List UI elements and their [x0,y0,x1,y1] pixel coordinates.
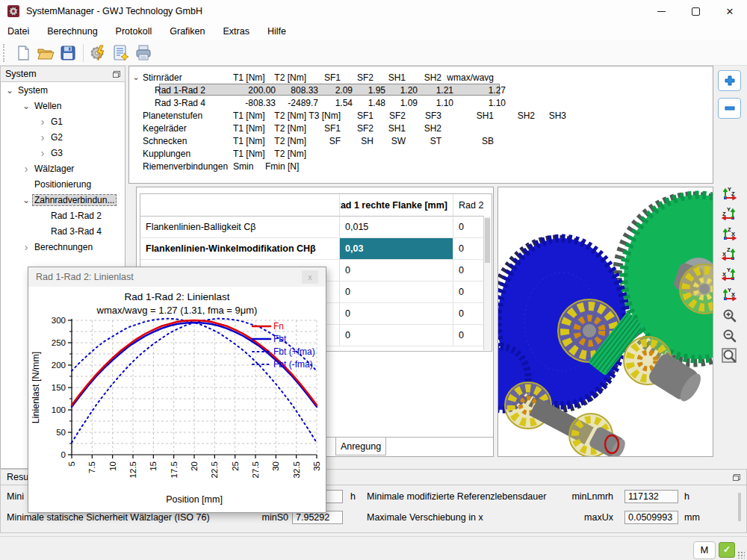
flank-row-2[interactable]: Flankenlinien-Winkelmodifikation CHβ0,03… [140,238,492,260]
view-xy-icon: YX [721,267,737,283]
save-button[interactable] [57,43,79,63]
flank-value-cell[interactable]: 0 [453,303,484,325]
tree-item-rad-1-rad-2[interactable]: Rad 1-Rad 2 [1,208,125,223]
flank-col-header-0 [140,194,340,217]
maximize-button[interactable] [678,0,713,22]
expander-icon[interactable]: › [20,241,32,253]
summary-cell: 1.95 [354,85,387,96]
message-button[interactable]: M [693,541,716,559]
report-button[interactable] [110,43,132,63]
expander-icon[interactable]: › [20,163,32,175]
resize-grip[interactable] [737,551,745,559]
flank-value-cell[interactable]: 0 [453,260,484,281]
flank-value-cell[interactable]: 0 [453,281,484,303]
legend-fbt-fma: Fbt (-fma) [273,359,313,370]
view-xy-button[interactable]: YX [719,266,739,284]
expander-icon[interactable]: ⌄ [4,85,16,96]
toolbar-drag-handle[interactable] [3,44,8,62]
flank-value-cell[interactable]: 0 [340,303,453,325]
results-float-icon[interactable] [733,474,740,481]
zoom-fit-button[interactable] [719,346,739,364]
zoom-in-button[interactable] [719,306,739,324]
status-ok-icon[interactable]: ✓ [719,542,735,558]
minimize-button[interactable] [644,0,678,22]
summary-row-rad-1-rad-2[interactable]: Rad 1-Rad 2200.00808.332.091.951.201.211… [129,84,713,96]
zoom-out-button[interactable] [719,326,739,344]
flank-value-cell[interactable]: 0 [453,238,484,260]
flank-scrollbar[interactable] [483,217,491,350]
application-window: SystemManager - GWJ Technology GmbH ✕ Da… [0,0,747,560]
open-folder-icon [37,45,55,61]
summary-row-kegelr-der[interactable]: KegelräderT1 [Nm]T2 [Nm]SF1SF2SH1SH2 [129,122,713,134]
flank-scrollbar-thumb[interactable] [485,218,490,263]
results-scrollbar[interactable] [738,493,741,521]
tree-item-rad-3-rad-4[interactable]: Rad 3-Rad 4 [1,223,125,239]
expander-icon[interactable]: ⌄ [20,101,32,111]
open-file-button[interactable] [34,43,57,63]
flank-value-cell[interactable]: 0 [453,325,484,346]
summary-cell: T2 [Nm] [265,123,308,134]
svg-text:100: 100 [52,405,66,414]
summary-cell: 1.48 [354,98,387,108]
menu-berechnung[interactable]: Berechnung [47,24,106,39]
svg-text:X: X [722,251,726,258]
right-tool-column: YZYZZXZXYXYX [713,66,747,469]
menu-extras[interactable]: Extras [223,24,258,39]
remove-button[interactable] [718,98,741,119]
tree-item-wellen[interactable]: ⌄Wellen [1,98,125,113]
summary-row-kupplungen[interactable]: KupplungenT1 [Nm]T2 [Nm] [129,147,713,160]
print-button[interactable] [132,43,155,63]
menu-protokoll[interactable]: Protokoll [116,24,161,39]
menu-hilfe[interactable]: Hilfe [267,24,295,39]
linienlast-close-button[interactable]: x [302,270,318,284]
expander-icon[interactable]: › [37,131,49,143]
tree-item-positionierung[interactable]: Positionierung [1,176,125,192]
tree-item-berechnungen[interactable]: ›Berechnungen [1,239,125,255]
expander-icon[interactable]: ⌄ [129,72,143,82]
tree-item-g1[interactable]: ›G1 [1,113,125,129]
summary-row-riemenverbindungen[interactable]: RiemenverbindungenSminFmin [N] [129,160,713,172]
tree-item-zahnradverbindun[interactable]: ⌄Zahnradverbindun... [1,192,125,208]
expander-icon[interactable]: ⌄ [20,195,32,205]
view-yx-button[interactable]: YX [719,286,739,304]
result-value-maxUx[interactable] [624,511,678,524]
close-button[interactable]: ✕ [713,0,747,22]
summary-cell: -2489.7 [277,98,320,108]
linienlast-window-titlebar[interactable]: Rad 1-Rad 2: Linienlast x [28,267,326,287]
summary-row-stirnr-der[interactable]: ⌄StirnräderT1 [Nm]T2 [Nm]SF1SF2SH1SH2wma… [129,71,713,84]
flank-value-cell[interactable]: 0 [340,260,453,281]
flank-row-1[interactable]: Flankenlinien-Balligkeit Cβ0,0150 [140,217,492,238]
tree-item-g3[interactable]: ›G3 [1,145,125,161]
view-zx-button[interactable]: ZX [719,225,739,243]
menu-datei[interactable]: Datei [7,24,38,39]
summary-row-planetenstufen[interactable]: PlanetenstufenT1 [Nm]T2 [Nm]T3 [Nm]SF1SF… [129,109,713,122]
flank-value-cell[interactable]: 0,015 [340,217,453,238]
flank-value-cell[interactable]: 0 [453,217,484,238]
flank-value-cell[interactable]: 0 [340,281,453,303]
tree-item-w-lzlager[interactable]: ›Wälzlager [1,161,125,176]
new-file-button[interactable] [12,43,34,63]
tree-item-system[interactable]: ⌄System [1,82,125,98]
view-zy-button[interactable]: YZ [719,205,739,223]
tree-item-g2[interactable]: ›G2 [1,129,125,145]
add-button[interactable] [718,70,741,91]
view-xz-button[interactable]: ZX [719,246,739,264]
svg-text:250: 250 [52,338,66,347]
plus-icon [724,75,736,87]
calculate-icon [90,44,108,62]
view-yz-button[interactable]: YZ [719,185,739,203]
summary-row-rad-3-rad-4[interactable]: Rad 3-Rad 4-808.33-2489.71.541.481.091.1… [129,96,713,109]
expander-icon[interactable]: › [37,116,49,128]
zoom-out-icon [721,327,737,343]
chart-subtitle: wmax/wavg = 1.27 (1.31, fma = 9μm) [28,305,326,316]
3d-viewport[interactable] [498,187,713,457]
result-value-minLnmrh[interactable] [624,490,678,503]
calculate-button[interactable] [87,43,110,63]
menu-grafiken[interactable]: Grafiken [170,24,214,39]
flank-value-cell[interactable]: 0 [340,325,453,346]
summary-row-schnecken[interactable]: SchneckenT1 [Nm]T2 [Nm]SFSHSWSTSB [129,134,713,147]
dock-float-icon[interactable] [113,71,120,78]
expander-icon[interactable]: › [37,147,49,159]
tab-anregung[interactable]: Anregung [335,438,386,455]
flank-value-cell[interactable]: 0,03 [340,238,453,260]
